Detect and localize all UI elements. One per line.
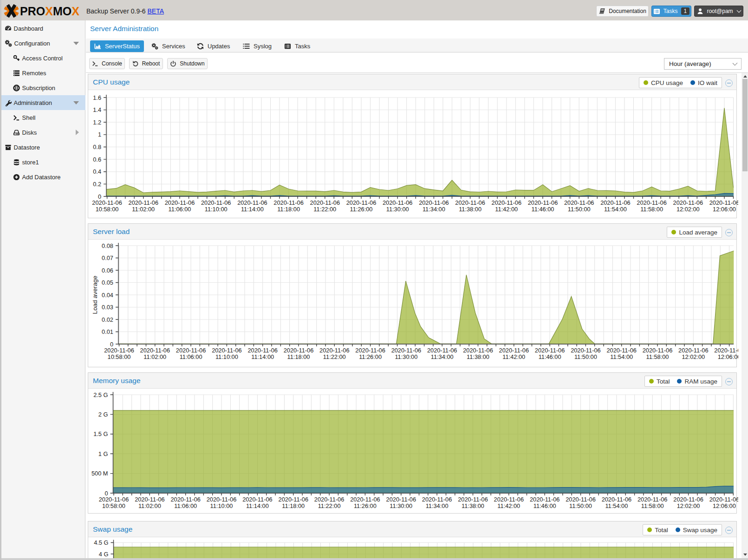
- svg-text:1.2: 1.2: [93, 119, 101, 126]
- svg-text:11:50:00: 11:50:00: [568, 206, 591, 213]
- svg-text:11:02:00: 11:02:00: [132, 206, 155, 213]
- svg-text:0.2: 0.2: [93, 181, 101, 188]
- svg-text:2020-11-06: 2020-11-06: [528, 199, 558, 206]
- svg-text:11:18:00: 11:18:00: [282, 502, 305, 509]
- svg-text:1.5 G: 1.5 G: [93, 430, 108, 437]
- svg-text:2020-11-06: 2020-11-06: [176, 347, 206, 354]
- svg-text:11:38:00: 11:38:00: [467, 353, 489, 360]
- svg-text:2020-11-06: 2020-11-06: [165, 199, 195, 206]
- svg-text:11:34:00: 11:34:00: [431, 353, 454, 360]
- svg-text:1: 1: [98, 131, 101, 138]
- svg-text:2020-11-06: 2020-11-06: [494, 496, 524, 503]
- svg-text:2020-11-06: 2020-11-06: [530, 496, 560, 503]
- svg-text:2020-11-06: 2020-11-06: [279, 496, 309, 503]
- svg-text:2020-11-06: 2020-11-06: [709, 199, 738, 206]
- svg-text:2020-11-06: 2020-11-06: [419, 199, 449, 206]
- svg-text:2020-11-06: 2020-11-06: [242, 496, 273, 503]
- svg-text:11:54:00: 11:54:00: [605, 502, 628, 509]
- svg-text:11:06:00: 11:06:00: [169, 206, 191, 213]
- svg-text:11:34:00: 11:34:00: [423, 206, 445, 213]
- svg-text:2020-11-06: 2020-11-06: [566, 496, 596, 503]
- svg-text:11:26:00: 11:26:00: [350, 206, 373, 213]
- svg-text:11:02:00: 11:02:00: [143, 353, 166, 360]
- svg-text:0.04: 0.04: [102, 292, 113, 299]
- svg-text:12:06:00: 12:06:00: [718, 353, 738, 360]
- svg-text:11:14:00: 11:14:00: [246, 502, 269, 509]
- svg-text:2020-11-06: 2020-11-06: [455, 199, 485, 206]
- svg-text:10:58:00: 10:58:00: [96, 206, 119, 213]
- svg-text:4.5 G: 4.5 G: [94, 539, 108, 546]
- svg-text:0.03: 0.03: [102, 304, 113, 311]
- svg-text:2020-11-06: 2020-11-06: [207, 496, 237, 503]
- svg-text:11:22:00: 11:22:00: [323, 353, 346, 360]
- svg-text:11:42:00: 11:42:00: [497, 502, 520, 509]
- svg-text:2020-11-06: 2020-11-06: [499, 347, 529, 354]
- svg-text:2020-11-06: 2020-11-06: [170, 496, 201, 503]
- svg-text:2020-11-06: 2020-11-06: [247, 347, 278, 354]
- svg-text:2020-11-06: 2020-11-06: [678, 347, 709, 354]
- svg-text:2020-11-06: 2020-11-06: [492, 199, 522, 206]
- svg-text:11:26:00: 11:26:00: [354, 502, 377, 509]
- svg-text:2020-11-06: 2020-11-06: [273, 199, 304, 206]
- svg-text:11:50:00: 11:50:00: [569, 502, 592, 509]
- svg-text:2020-11-06: 2020-11-06: [643, 347, 673, 354]
- svg-text:0.05: 0.05: [102, 279, 113, 286]
- svg-text:11:18:00: 11:18:00: [287, 353, 310, 360]
- svg-text:11:42:00: 11:42:00: [502, 353, 525, 360]
- svg-text:2020-11-06: 2020-11-06: [564, 199, 594, 206]
- svg-text:11:30:00: 11:30:00: [395, 353, 417, 360]
- svg-text:11:34:00: 11:34:00: [426, 502, 449, 509]
- svg-text:2020-11-06: 2020-11-06: [714, 347, 738, 354]
- svg-text:2020-11-06: 2020-11-06: [383, 199, 413, 206]
- svg-text:2020-11-06: 2020-11-06: [237, 199, 267, 206]
- svg-text:11:58:00: 11:58:00: [646, 353, 669, 360]
- svg-text:12:06:00: 12:06:00: [713, 502, 736, 509]
- svg-text:2020-11-06: 2020-11-06: [673, 199, 703, 206]
- svg-text:2020-11-06: 2020-11-06: [99, 496, 129, 503]
- svg-text:11:46:00: 11:46:00: [539, 353, 561, 360]
- svg-text:2020-11-06: 2020-11-06: [458, 496, 488, 503]
- svg-text:0.02: 0.02: [102, 316, 113, 323]
- svg-text:11:22:00: 11:22:00: [318, 502, 341, 509]
- svg-text:11:02:00: 11:02:00: [138, 502, 161, 509]
- svg-text:0.6: 0.6: [93, 156, 101, 163]
- svg-text:2020-11-06: 2020-11-06: [427, 347, 457, 354]
- svg-text:10:58:00: 10:58:00: [108, 353, 131, 360]
- svg-text:0.08: 0.08: [102, 242, 113, 249]
- svg-text:2020-11-06: 2020-11-06: [637, 496, 668, 503]
- svg-text:0.06: 0.06: [102, 267, 113, 274]
- svg-text:2020-11-06: 2020-11-06: [135, 496, 165, 503]
- svg-text:0.8: 0.8: [93, 143, 101, 150]
- svg-text:11:26:00: 11:26:00: [359, 353, 382, 360]
- svg-text:11:46:00: 11:46:00: [532, 206, 554, 213]
- svg-text:0.07: 0.07: [102, 254, 113, 261]
- svg-text:11:14:00: 11:14:00: [251, 353, 274, 360]
- svg-text:11:06:00: 11:06:00: [180, 353, 202, 360]
- svg-text:11:06:00: 11:06:00: [174, 502, 197, 509]
- svg-text:2 G: 2 G: [98, 411, 108, 418]
- svg-text:1.4: 1.4: [93, 106, 101, 113]
- svg-text:2020-11-06: 2020-11-06: [212, 347, 242, 354]
- svg-text:2020-11-06: 2020-11-06: [637, 199, 667, 206]
- svg-text:2020-11-06: 2020-11-06: [346, 199, 377, 206]
- svg-text:12:02:00: 12:02:00: [677, 502, 700, 509]
- svg-text:11:10:00: 11:10:00: [215, 353, 238, 360]
- svg-text:2020-11-06: 2020-11-06: [535, 347, 565, 354]
- svg-text:2020-11-06: 2020-11-06: [310, 199, 340, 206]
- svg-text:2020-11-06: 2020-11-06: [355, 347, 385, 354]
- svg-text:2020-11-06: 2020-11-06: [284, 347, 314, 354]
- svg-text:2020-11-06: 2020-11-06: [606, 347, 637, 354]
- svg-text:2020-11-06: 2020-11-06: [104, 347, 134, 354]
- svg-text:2020-11-06: 2020-11-06: [463, 347, 493, 354]
- svg-text:11:38:00: 11:38:00: [459, 206, 481, 213]
- svg-text:11:10:00: 11:10:00: [210, 502, 233, 509]
- svg-text:2020-11-06: 2020-11-06: [319, 347, 350, 354]
- svg-text:11:22:00: 11:22:00: [313, 206, 336, 213]
- svg-text:4 G: 4 G: [99, 551, 109, 558]
- svg-text:2020-11-06: 2020-11-06: [140, 347, 170, 354]
- svg-text:12:06:00: 12:06:00: [713, 206, 736, 213]
- svg-text:11:54:00: 11:54:00: [610, 353, 633, 360]
- svg-text:2020-11-06: 2020-11-06: [571, 347, 601, 354]
- svg-text:2020-11-06: 2020-11-06: [201, 199, 231, 206]
- svg-text:11:46:00: 11:46:00: [533, 502, 556, 509]
